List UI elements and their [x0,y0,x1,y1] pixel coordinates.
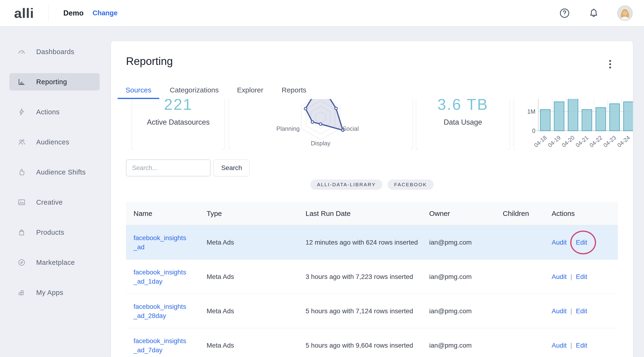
edit-annotation-circle [570,230,596,254]
actions-separator: | [570,238,572,247]
svg-text:04-20: 04-20 [560,134,576,148]
audit-link[interactable]: Audit [552,238,567,247]
sidebar-item-label: Products [36,229,64,236]
table-row: facebook_insights_adMeta Ads12 minutes a… [126,225,618,260]
tab-categorizations[interactable]: Categorizations [162,81,226,99]
help-icon[interactable] [559,8,570,19]
tabs: SourcesCategorizationsExplorerReports [118,81,316,99]
tab-explorer[interactable]: Explorer [229,81,272,99]
table-row: facebook_insights_ad_1dayMeta Ads3 hours… [126,260,618,294]
search-button[interactable]: Search [214,159,250,176]
sidebar-item-label: Reporting [36,78,67,86]
sidebar-item-label: My Apps [36,289,63,296]
edit-link[interactable]: Edit [576,306,587,316]
table-header: NameTypeLast Run DateOwnerChildrenAction… [126,202,618,225]
column-header-actions: Actions [552,209,618,218]
source-type: Meta Ads [206,341,306,350]
svg-text:04-19: 04-19 [547,134,562,148]
apps-icon [18,288,26,297]
svg-text:Planning: Planning [276,125,300,132]
sidebar-item-label: Actions [36,108,60,116]
change-workspace-link[interactable]: Change [92,9,118,17]
column-header-last-run-date: Last Run Date [306,209,429,218]
sidebar-item-products[interactable]: Products [10,224,100,241]
search-input[interactable] [126,159,210,176]
topbar-actions [559,6,633,21]
topbar-divider [48,5,48,22]
table-body: facebook_insights_adMeta Ads12 minutes a… [126,225,618,357]
actions-separator: | [570,306,572,316]
column-header-owner: Owner [429,209,503,218]
topbar: alli Demo Change [0,0,644,26]
edit-link[interactable]: Edit [576,272,587,281]
tag-facebook[interactable]: FACEBOOK [388,179,434,190]
bar-chart-icon [18,78,26,86]
source-name-link[interactable]: facebook_insights_ad [134,233,206,252]
compass-icon [18,258,26,267]
audit-link[interactable]: Audit [552,341,567,350]
sidebar-item-marketplace[interactable]: Marketplace [10,254,100,271]
active-datasources-label: Active Datasources [132,118,224,127]
thumbs-up-icon [18,168,26,176]
row-actions: Audit|Edit [552,238,618,247]
actions-separator: | [570,272,572,281]
actions-separator: | [570,341,572,350]
owner-email: ian@pmg.com [429,306,503,316]
sidebar-item-label: Creative [36,198,63,206]
sidebar-item-my-apps[interactable]: My Apps [10,284,100,301]
sidebar-item-label: Marketplace [36,259,75,266]
tag-alli-data-library[interactable]: ALLI-DATA-LIBRARY [310,179,382,190]
app-root: alli Demo Change [0,0,644,357]
sidebar-item-reporting[interactable]: Reporting [10,73,100,91]
last-run-date: 12 minutes ago with 624 rows inserted [306,238,429,247]
source-name-link[interactable]: facebook_insights_ad_28day [134,302,206,320]
sidebar-item-audiences[interactable]: Audiences [10,133,100,151]
source-name-link[interactable]: facebook_insights_ad_7day [134,336,206,355]
sidebar-item-label: Audiences [36,138,69,146]
owner-email: ian@pmg.com [429,341,503,350]
row-actions: Audit|Edit [552,272,618,281]
active-datasources-value: 221 [132,99,224,113]
svg-text:04-23: 04-23 [602,134,617,148]
svg-text:Social: Social [342,125,359,132]
user-avatar[interactable] [617,6,633,21]
bag-icon [18,228,26,237]
row-actions: Audit|Edit [552,341,618,350]
page-title: Reporting [126,55,173,68]
daily-rows-bar-card: 1M004-1804-1904-2004-2104-2204-2304-24 [514,99,633,150]
svg-text:04-21: 04-21 [574,134,590,148]
sidebar-item-creative[interactable]: Creative [10,194,100,211]
source-name-link[interactable]: facebook_insights_ad_1day [134,268,206,286]
svg-text:04-22: 04-22 [588,134,603,148]
audit-link[interactable]: Audit [552,306,567,316]
svg-text:1M: 1M [527,108,536,115]
channel-radar-card: PlanningSocialDisplay [229,99,412,150]
notifications-bell-icon[interactable] [588,8,599,19]
workspace-name: Demo [64,9,84,18]
tab-reports[interactable]: Reports [274,81,314,99]
sidebar-item-dashboards[interactable]: Dashboards [10,43,100,61]
gauge-icon [18,48,26,56]
source-type: Meta Ads [206,272,306,281]
data-usage-value: 3.6 TB [416,99,509,113]
source-type: Meta Ads [206,306,306,316]
tab-sources[interactable]: Sources [118,81,159,99]
column-header-children: Children [503,209,552,218]
sidebar-item-actions[interactable]: Actions [10,103,100,121]
edit-link[interactable]: Edit [576,341,587,350]
audit-link[interactable]: Audit [552,272,567,281]
svg-text:Display: Display [311,140,330,147]
table-row: facebook_insights_ad_28dayMeta Ads5 hour… [126,294,618,328]
sidebar-item-audience-shifts[interactable]: Audience Shifts [10,163,100,181]
alli-logo: alli [14,5,34,21]
edit-link[interactable]: Edit [576,238,587,247]
people-icon [18,138,26,146]
owner-email: ian@pmg.com [429,272,503,281]
row-actions: Audit|Edit [552,306,618,316]
kebab-menu-icon[interactable] [608,59,612,71]
data-usage-card: 3.6 TB Data Usage [416,99,509,150]
image-icon [18,198,26,206]
svg-text:04-24: 04-24 [616,134,631,148]
lightning-icon [18,108,26,116]
reporting-panel: Reporting SourcesCategorizationsExplorer… [111,41,633,357]
